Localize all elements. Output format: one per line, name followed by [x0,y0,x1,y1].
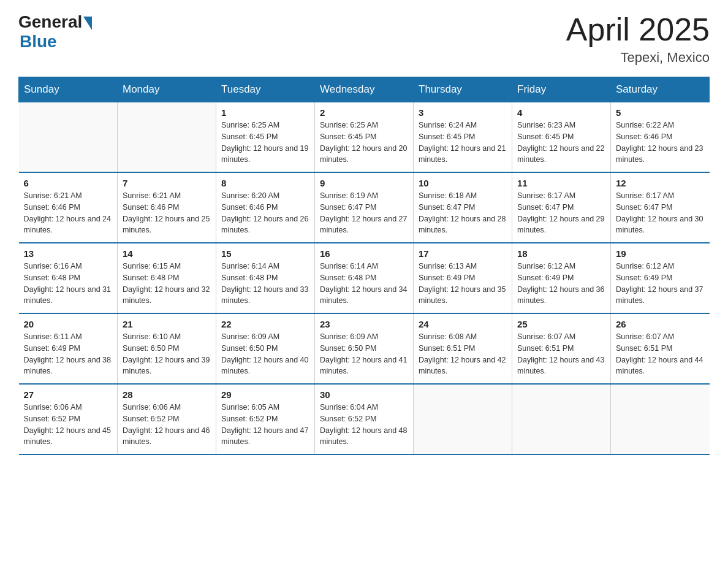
day-info: Sunrise: 6:23 AMSunset: 6:45 PMDaylight:… [517,120,605,166]
logo-blue-text: Blue [20,32,57,52]
calendar-day-cell: 19Sunrise: 6:12 AMSunset: 6:49 PMDayligh… [611,243,710,313]
day-number: 20 [24,319,113,329]
day-number: 13 [24,248,113,259]
logo-triangle-icon [83,17,92,30]
calendar-week-row: 20Sunrise: 6:11 AMSunset: 6:49 PMDayligh… [19,313,710,384]
day-info: Sunrise: 6:04 AMSunset: 6:52 PMDaylight:… [320,402,408,448]
day-number: 26 [616,319,705,329]
calendar-day-cell: 27Sunrise: 6:06 AMSunset: 6:52 PMDayligh… [19,384,118,454]
calendar-day-cell: 25Sunrise: 6:07 AMSunset: 6:51 PMDayligh… [512,313,611,384]
calendar-day-cell [19,102,118,173]
calendar-day-cell: 16Sunrise: 6:14 AMSunset: 6:48 PMDayligh… [315,243,414,313]
calendar-day-cell: 22Sunrise: 6:09 AMSunset: 6:50 PMDayligh… [216,313,315,384]
day-number: 27 [24,389,113,400]
calendar-day-cell: 1Sunrise: 6:25 AMSunset: 6:45 PMDaylight… [216,102,315,173]
month-year-title: April 2025 [566,12,710,47]
day-info: Sunrise: 6:07 AMSunset: 6:51 PMDaylight:… [616,331,705,377]
day-info: Sunrise: 6:12 AMSunset: 6:49 PMDaylight:… [517,261,605,307]
day-info: Sunrise: 6:06 AMSunset: 6:52 PMDaylight:… [24,402,113,448]
calendar-body: 1Sunrise: 6:25 AMSunset: 6:45 PMDaylight… [19,102,710,455]
calendar-day-cell: 5Sunrise: 6:22 AMSunset: 6:46 PMDaylight… [611,102,710,173]
calendar-day-cell: 15Sunrise: 6:14 AMSunset: 6:48 PMDayligh… [216,243,315,313]
day-number: 5 [616,107,705,118]
day-number: 15 [221,248,309,259]
calendar-table: SundayMondayTuesdayWednesdayThursdayFrid… [18,77,710,455]
day-of-week-header: Sunday [19,77,118,102]
day-info: Sunrise: 6:25 AMSunset: 6:45 PMDaylight:… [320,120,408,166]
day-number: 12 [616,178,705,188]
day-info: Sunrise: 6:18 AMSunset: 6:47 PMDaylight:… [419,190,507,236]
day-number: 28 [123,389,211,400]
day-info: Sunrise: 6:11 AMSunset: 6:49 PMDaylight:… [24,331,113,377]
day-number: 25 [517,319,605,329]
day-info: Sunrise: 6:16 AMSunset: 6:48 PMDaylight:… [24,261,113,307]
day-number: 17 [419,248,507,259]
calendar-day-cell: 9Sunrise: 6:19 AMSunset: 6:47 PMDaylight… [315,172,414,243]
calendar-day-cell [414,384,512,454]
calendar-day-cell [611,384,710,454]
calendar-week-row: 6Sunrise: 6:21 AMSunset: 6:46 PMDaylight… [19,172,710,243]
day-number: 30 [320,389,408,400]
calendar-day-cell: 26Sunrise: 6:07 AMSunset: 6:51 PMDayligh… [611,313,710,384]
day-number: 2 [320,107,408,118]
calendar-day-cell: 29Sunrise: 6:05 AMSunset: 6:52 PMDayligh… [216,384,315,454]
day-number: 23 [320,319,408,329]
day-number: 24 [419,319,507,329]
days-of-week-row: SundayMondayTuesdayWednesdayThursdayFrid… [19,77,710,102]
day-info: Sunrise: 6:17 AMSunset: 6:47 PMDaylight:… [517,190,605,236]
day-info: Sunrise: 6:25 AMSunset: 6:45 PMDaylight:… [221,120,309,166]
calendar-day-cell: 17Sunrise: 6:13 AMSunset: 6:49 PMDayligh… [414,243,512,313]
day-of-week-header: Wednesday [315,77,414,102]
day-number: 3 [419,107,507,118]
calendar-week-row: 13Sunrise: 6:16 AMSunset: 6:48 PMDayligh… [19,243,710,313]
location-subtitle: Tepexi, Mexico [566,50,710,66]
day-number: 19 [616,248,705,259]
day-number: 29 [221,389,309,400]
title-block: April 2025 Tepexi, Mexico [566,12,710,66]
day-info: Sunrise: 6:17 AMSunset: 6:47 PMDaylight:… [616,190,705,236]
calendar-day-cell: 24Sunrise: 6:08 AMSunset: 6:51 PMDayligh… [414,313,512,384]
day-info: Sunrise: 6:14 AMSunset: 6:48 PMDaylight:… [320,261,408,307]
calendar-day-cell: 4Sunrise: 6:23 AMSunset: 6:45 PMDaylight… [512,102,611,173]
calendar-day-cell [512,384,611,454]
calendar-day-cell: 23Sunrise: 6:09 AMSunset: 6:50 PMDayligh… [315,313,414,384]
day-info: Sunrise: 6:20 AMSunset: 6:46 PMDaylight:… [221,190,309,236]
calendar-day-cell: 20Sunrise: 6:11 AMSunset: 6:49 PMDayligh… [19,313,118,384]
day-info: Sunrise: 6:13 AMSunset: 6:49 PMDaylight:… [419,261,507,307]
day-number: 7 [123,178,211,188]
day-number: 16 [320,248,408,259]
day-of-week-header: Saturday [611,77,710,102]
calendar-day-cell: 7Sunrise: 6:21 AMSunset: 6:46 PMDaylight… [118,172,216,243]
day-of-week-header: Tuesday [216,77,315,102]
day-info: Sunrise: 6:22 AMSunset: 6:46 PMDaylight:… [616,120,705,166]
day-of-week-header: Thursday [414,77,512,102]
calendar-week-row: 27Sunrise: 6:06 AMSunset: 6:52 PMDayligh… [19,384,710,454]
calendar-day-cell: 21Sunrise: 6:10 AMSunset: 6:50 PMDayligh… [118,313,216,384]
calendar-header: SundayMondayTuesdayWednesdayThursdayFrid… [19,77,710,102]
day-info: Sunrise: 6:08 AMSunset: 6:51 PMDaylight:… [419,331,507,377]
calendar-day-cell: 3Sunrise: 6:24 AMSunset: 6:45 PMDaylight… [414,102,512,173]
day-number: 10 [419,178,507,188]
day-info: Sunrise: 6:05 AMSunset: 6:52 PMDaylight:… [221,402,309,448]
day-number: 4 [517,107,605,118]
day-number: 18 [517,248,605,259]
day-info: Sunrise: 6:19 AMSunset: 6:47 PMDaylight:… [320,190,408,236]
day-number: 21 [123,319,211,329]
day-info: Sunrise: 6:21 AMSunset: 6:46 PMDaylight:… [123,190,211,236]
calendar-day-cell: 8Sunrise: 6:20 AMSunset: 6:46 PMDaylight… [216,172,315,243]
calendar-day-cell: 28Sunrise: 6:06 AMSunset: 6:52 PMDayligh… [118,384,216,454]
day-of-week-header: Friday [512,77,611,102]
calendar-day-cell: 30Sunrise: 6:04 AMSunset: 6:52 PMDayligh… [315,384,414,454]
day-info: Sunrise: 6:15 AMSunset: 6:48 PMDaylight:… [123,261,211,307]
day-number: 1 [221,107,309,118]
calendar-day-cell: 12Sunrise: 6:17 AMSunset: 6:47 PMDayligh… [611,172,710,243]
calendar-day-cell: 14Sunrise: 6:15 AMSunset: 6:48 PMDayligh… [118,243,216,313]
logo-general-text: General [18,12,82,32]
day-info: Sunrise: 6:24 AMSunset: 6:45 PMDaylight:… [419,120,507,166]
day-info: Sunrise: 6:10 AMSunset: 6:50 PMDaylight:… [123,331,211,377]
day-info: Sunrise: 6:09 AMSunset: 6:50 PMDaylight:… [320,331,408,377]
day-info: Sunrise: 6:21 AMSunset: 6:46 PMDaylight:… [24,190,113,236]
calendar-day-cell: 11Sunrise: 6:17 AMSunset: 6:47 PMDayligh… [512,172,611,243]
day-info: Sunrise: 6:07 AMSunset: 6:51 PMDaylight:… [517,331,605,377]
calendar-day-cell: 18Sunrise: 6:12 AMSunset: 6:49 PMDayligh… [512,243,611,313]
